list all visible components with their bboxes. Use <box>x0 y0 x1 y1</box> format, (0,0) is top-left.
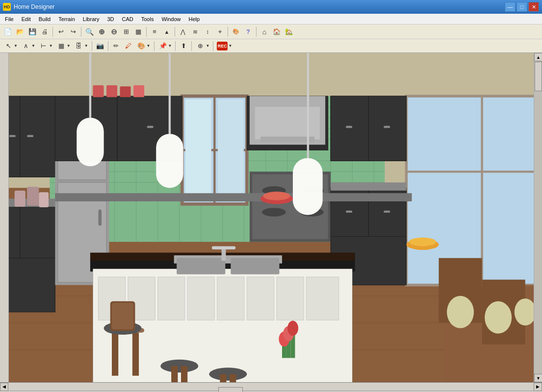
material2-dropdown-arrow: ▼ <box>147 44 151 48</box>
roof-button[interactable]: ⋀ <box>177 26 189 38</box>
bottom-scrollbar: ◀ ▶ <box>0 382 542 391</box>
menu-bar: File Edit Build Terrain Library 3D CAD T… <box>0 14 542 24</box>
polyline-dropdown[interactable]: ∧ ▼ <box>20 40 37 52</box>
print-button[interactable]: 🖨 <box>39 26 51 38</box>
material2-icon: 🎨 <box>136 41 146 51</box>
svg-rect-58 <box>147 126 154 128</box>
svg-rect-62 <box>260 137 314 142</box>
toolbar2: ↖ ▼ ∧ ▼ ⊢ ▼ ▦ ▼ 🗄 ▼ 📷 ✏ 🖊 🎨 ▼ 📌 ▼ ⬆ ⊕ ▼ … <box>0 39 542 53</box>
new-button[interactable]: 📄 <box>2 26 14 38</box>
zoom-in-button[interactable]: ⊕ <box>96 26 107 38</box>
scroll-right-arrow[interactable]: ▶ <box>534 383 542 391</box>
room-icon: ▦ <box>56 41 66 51</box>
house1-button[interactable]: ⌂ <box>258 26 270 38</box>
redo-button[interactable]: ↪ <box>67 26 79 38</box>
scroll-down-arrow[interactable]: ▼ <box>534 374 542 382</box>
svg-rect-86 <box>331 182 406 191</box>
place-dropdown[interactable]: 📌 ▼ <box>156 40 174 52</box>
svg-rect-98 <box>158 277 185 320</box>
fit2-button[interactable]: ▦ <box>132 26 144 38</box>
menu-cad[interactable]: CAD <box>118 15 137 23</box>
elev-button[interactable]: ↕ <box>202 26 213 38</box>
fit-button[interactable]: ⊞ <box>120 26 132 38</box>
h-scroll-thumb[interactable] <box>218 387 243 392</box>
svg-point-88 <box>263 192 290 200</box>
transform-dropdown[interactable]: ⊕ ▼ <box>194 40 211 52</box>
sep5 <box>228 27 228 37</box>
svg-rect-105 <box>177 258 225 274</box>
menu-build[interactable]: Build <box>35 15 54 23</box>
minimize-button[interactable]: — <box>505 2 516 12</box>
svg-point-114 <box>287 320 298 336</box>
room-dropdown[interactable]: ▦ ▼ <box>55 40 72 52</box>
undo-button[interactable]: ↩ <box>55 26 67 38</box>
sep6 <box>256 27 257 37</box>
right-scrollbar: ▲ ▼ <box>534 53 542 382</box>
menu-window[interactable]: Window <box>157 15 184 23</box>
help-btn[interactable]: ? <box>242 26 254 38</box>
viewport[interactable] <box>9 53 534 382</box>
arrow-up-button[interactable]: ⬆ <box>178 40 189 52</box>
record-dropdown[interactable]: REC ▼ <box>215 40 233 52</box>
svg-rect-36 <box>9 135 16 137</box>
menu-3d[interactable]: 3D <box>103 15 118 23</box>
sep4 <box>175 27 175 37</box>
layers-button[interactable]: ≡ <box>149 26 160 38</box>
cabinet-dropdown[interactable]: 🗄 ▼ <box>73 40 90 52</box>
svg-rect-52 <box>185 99 211 201</box>
zoom-search-button[interactable]: 🔍 <box>83 26 95 38</box>
svg-rect-131 <box>77 118 103 166</box>
transform-icon: ⊕ <box>195 41 205 51</box>
place-icon: 📌 <box>158 41 168 51</box>
paint2-button[interactable]: 🖊 <box>123 40 134 52</box>
house2-button[interactable]: 🏠 <box>271 26 283 38</box>
menu-help[interactable]: Help <box>185 15 204 23</box>
menu-tools[interactable]: Tools <box>137 15 158 23</box>
open-button[interactable]: 📂 <box>14 26 26 38</box>
svg-rect-70 <box>346 126 352 128</box>
record-icon: REC <box>217 42 228 50</box>
save-button[interactable]: 💾 <box>26 26 38 38</box>
wall-dropdown[interactable]: ⊢ ▼ <box>37 40 54 52</box>
svg-rect-147 <box>93 85 103 97</box>
scroll-thumb[interactable] <box>535 62 542 91</box>
zoom-out-button[interactable]: ⊖ <box>108 26 120 38</box>
menu-file[interactable]: File <box>1 15 18 23</box>
scroll-up-arrow[interactable]: ▲ <box>534 53 542 61</box>
left-panel <box>0 53 9 382</box>
svg-rect-83 <box>384 211 390 213</box>
svg-rect-53 <box>218 99 244 201</box>
svg-rect-63 <box>406 96 534 285</box>
stairs-button[interactable]: ≋ <box>189 26 201 38</box>
svg-point-126 <box>209 368 247 380</box>
sep1 <box>52 27 53 37</box>
scene-svg <box>9 53 534 382</box>
sep-t2-5 <box>191 41 192 51</box>
material-button[interactable]: 🎨 <box>230 26 242 38</box>
svg-rect-71 <box>384 126 390 128</box>
sep-t2-6 <box>213 41 213 51</box>
close-button[interactable]: ✕ <box>528 2 539 12</box>
pencil-button[interactable]: ✏ <box>110 40 122 52</box>
title-controls: — □ ✕ <box>505 2 539 12</box>
polyline-icon: ∧ <box>21 41 31 51</box>
menu-library[interactable]: Library <box>79 15 103 23</box>
select-dropdown[interactable]: ↖ ▼ <box>2 40 19 52</box>
cam-button[interactable]: ⌖ <box>214 26 226 38</box>
svg-rect-41 <box>9 258 55 312</box>
camera2-button[interactable]: 📷 <box>94 40 106 52</box>
select-icon: ↖ <box>3 41 13 51</box>
menu-terrain[interactable]: Terrain <box>54 15 79 23</box>
svg-rect-47 <box>98 209 102 225</box>
maximize-button[interactable]: □ <box>516 2 527 12</box>
svg-point-76 <box>262 208 285 217</box>
scroll-left-arrow[interactable]: ◀ <box>0 383 8 391</box>
floor-button[interactable]: ▲ <box>161 26 173 38</box>
scroll-track[interactable] <box>534 61 542 374</box>
house3-button[interactable]: 🏡 <box>283 26 295 38</box>
svg-rect-129 <box>89 53 91 118</box>
menu-edit[interactable]: Edit <box>18 15 35 23</box>
kitchen-scene <box>9 53 534 382</box>
svg-point-142 <box>485 301 512 334</box>
material2-dropdown[interactable]: 🎨 ▼ <box>135 40 152 52</box>
